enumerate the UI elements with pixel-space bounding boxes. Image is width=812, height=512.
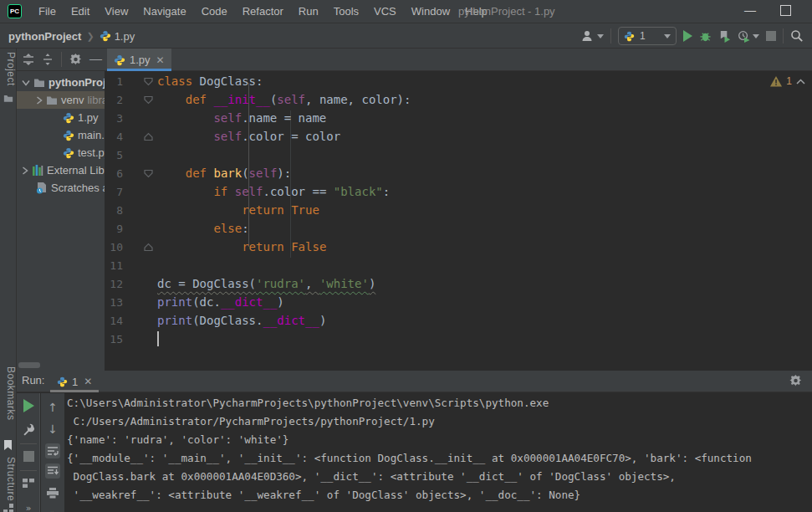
profiler-button[interactable]: [738, 27, 759, 45]
debug-button[interactable]: [699, 27, 712, 45]
minimize-button[interactable]: —: [738, 0, 763, 23]
wrench-icon[interactable]: [21, 422, 36, 437]
menu-edit[interactable]: Edit: [64, 0, 97, 23]
fold-marker-icon[interactable]: [144, 169, 153, 178]
gear-icon[interactable]: [789, 375, 802, 387]
run-header: Run: 1 ✕: [17, 371, 812, 392]
line-number: 10: [105, 241, 123, 253]
chevron-down-icon[interactable]: [22, 79, 30, 86]
run-toolbar-console: ↑ ↓ »: [41, 393, 64, 512]
menu-refactor[interactable]: Refactor: [235, 0, 291, 23]
breadcrumb-file-label: 1.py: [115, 30, 135, 43]
breadcrumb-file[interactable]: 1.py: [100, 30, 135, 43]
stripe-button-structure[interactable]: Structure: [0, 457, 17, 501]
run-label: Run:: [22, 374, 44, 387]
horizontal-scrollbar[interactable]: [18, 362, 40, 368]
chevron-down-icon: [753, 34, 759, 38]
stop-button[interactable]: [766, 27, 776, 45]
more-icon[interactable]: »: [45, 505, 60, 512]
menu-vcs[interactable]: VCS: [366, 0, 404, 23]
code-line-15[interactable]: 15: [105, 330, 812, 348]
run-configuration-select[interactable]: 1: [618, 27, 677, 45]
line-number: 13: [105, 296, 123, 309]
code-line-12[interactable]: 12dc = DogClass('rudra', 'white'): [105, 274, 812, 293]
run-tool-window: Run: 1 ✕: [17, 371, 812, 512]
menu-navigate[interactable]: Navigate: [135, 0, 193, 23]
chevron-down-icon: [597, 34, 604, 38]
code-line-4[interactable]: 4 self.color = color: [105, 127, 812, 146]
gear-icon[interactable]: [69, 54, 82, 66]
more-icon[interactable]: »: [21, 500, 36, 512]
search-everywhere-icon[interactable]: [790, 27, 804, 45]
print-icon[interactable]: [45, 485, 60, 500]
menu-code[interactable]: Code: [194, 0, 235, 23]
console-output[interactable]: C:\Users\Administrator\PycharmProjects\p…: [67, 394, 812, 512]
rerun-button[interactable]: [21, 398, 36, 413]
down-stack-trace-icon[interactable]: ↓: [45, 422, 60, 437]
chevron-right-icon[interactable]: [36, 96, 43, 105]
menu-window[interactable]: Window: [404, 0, 457, 23]
tree-item-venv[interactable]: venvlibrary root: [17, 91, 105, 109]
tree-item-label: External Libraries: [47, 164, 105, 177]
up-stack-trace-icon[interactable]: ↑: [45, 400, 60, 415]
tree-item-1-py[interactable]: 1.py: [17, 109, 105, 126]
code-line-7[interactable]: 7 if self.color == "black":: [105, 182, 812, 201]
tree-item-label: main.py: [78, 129, 105, 141]
editor-tab-1py[interactable]: 1.py ✕: [107, 49, 171, 71]
run-with-coverage-button[interactable]: [718, 27, 731, 45]
fold-marker-icon[interactable]: [144, 95, 153, 105]
code-text: print(dc.__dict__): [157, 295, 284, 309]
run-button[interactable]: [683, 27, 692, 45]
stop-button[interactable]: [21, 448, 36, 463]
tree-item-test-py[interactable]: test.py: [17, 144, 105, 161]
scroll-to-end-icon[interactable]: [45, 463, 60, 479]
tree-item-external-libraries[interactable]: External Libraries: [17, 161, 105, 179]
code-line-13[interactable]: 13print(dc.__dict__): [105, 293, 812, 311]
menu-view[interactable]: View: [97, 0, 135, 23]
project-tree: pythonProjectvenvlibrary root1.pymain.py…: [17, 74, 105, 197]
fold-marker-icon[interactable]: [144, 243, 153, 252]
python-icon: [63, 112, 74, 124]
code-line-1[interactable]: 1class DogClass:: [105, 72, 812, 90]
python-file-icon: [624, 31, 635, 42]
select-opened-file-icon[interactable]: [23, 54, 34, 65]
tree-item-main-py[interactable]: main.py: [17, 126, 105, 144]
collapse-all-icon[interactable]: [42, 54, 54, 65]
close-icon[interactable]: ✕: [84, 376, 92, 387]
run-tab-1[interactable]: 1 ✕: [50, 371, 99, 392]
code-line-8[interactable]: 8 return True: [105, 201, 812, 219]
code-area[interactable]: 1class DogClass:2 def __init__(self, nam…: [105, 72, 812, 371]
soft-wrap-icon[interactable]: [45, 443, 60, 458]
tree-item-scratches-and-consoles[interactable]: Scratches and Consoles: [17, 179, 105, 197]
stripe-button-project[interactable]: Project: [0, 52, 17, 86]
stripe-button-bookmarks[interactable]: Bookmarks: [0, 366, 17, 421]
code-line-2[interactable]: 2 def __init__(self, name, color):: [105, 90, 812, 109]
maximize-button[interactable]: [780, 5, 791, 16]
users-icon[interactable]: [581, 27, 604, 45]
breadcrumb-project[interactable]: pythonProject: [8, 30, 81, 43]
fold-marker-icon[interactable]: [144, 132, 153, 141]
console-line: C:/Users/Administrator/PycharmProjects/p…: [67, 412, 812, 431]
chevron-right-icon[interactable]: [22, 166, 28, 175]
fold-marker-icon[interactable]: [144, 77, 153, 86]
code-line-5[interactable]: 5: [105, 146, 812, 164]
menu-file[interactable]: File: [31, 0, 64, 23]
project-toolbar: —: [17, 49, 105, 71]
hide-panel-icon[interactable]: —: [89, 51, 102, 65]
menu-run[interactable]: Run: [291, 0, 326, 23]
code-line-3[interactable]: 3 self.name = name: [105, 109, 812, 127]
close-icon[interactable]: ✕: [156, 54, 165, 66]
code-line-11[interactable]: 11: [105, 256, 812, 274]
code-line-9[interactable]: 9 else:: [105, 219, 812, 238]
line-number: 7: [105, 186, 123, 198]
code-line-10[interactable]: 10 return False: [105, 238, 812, 256]
code-line-6[interactable]: 6 def bark(self):: [105, 164, 812, 182]
window-title: pythonProject - 1.py: [458, 0, 555, 23]
code-text: def __init__(self, name, color):: [157, 93, 411, 106]
tree-item-pythonproject[interactable]: pythonProject: [17, 74, 105, 91]
chevron-down-icon: [664, 34, 671, 38]
toolbar-right: 1: [581, 23, 812, 49]
menu-tools[interactable]: Tools: [326, 0, 366, 23]
restore-layout-icon[interactable]: [21, 475, 36, 490]
code-line-14[interactable]: 14print(DogClass.__dict__): [105, 311, 812, 330]
